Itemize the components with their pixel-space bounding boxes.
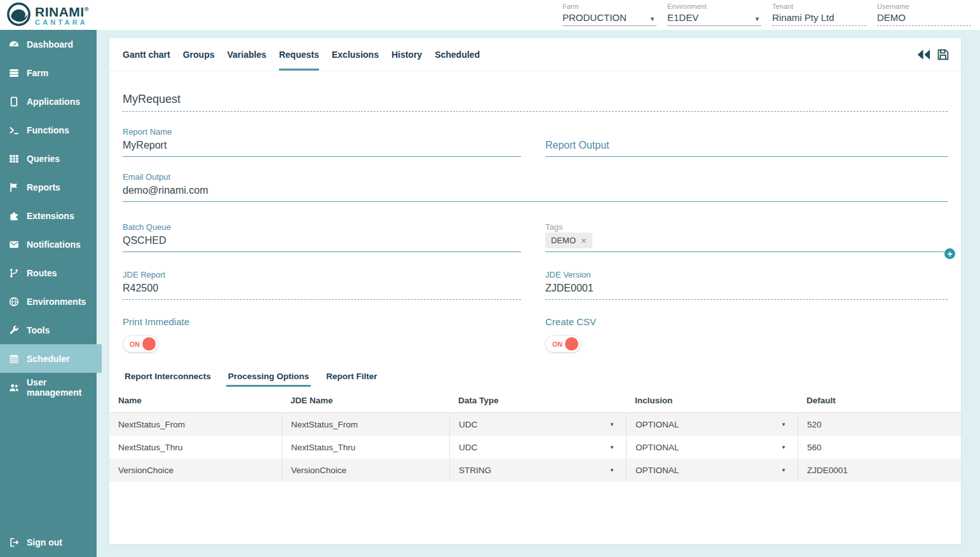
tag-chip-text: DEMO bbox=[551, 236, 576, 245]
sidebar-item-extensions[interactable]: Extensions bbox=[0, 201, 97, 230]
batch-queue-value[interactable]: QSCHED bbox=[123, 234, 521, 252]
cell-default[interactable]: 520 bbox=[798, 413, 961, 436]
toggle-knob bbox=[565, 337, 578, 351]
sidebar-item-routes[interactable]: Routes bbox=[0, 258, 97, 287]
jde-report-field[interactable]: JDE Report R42500 bbox=[123, 270, 521, 300]
data-type-select[interactable]: UDC▼ bbox=[449, 436, 626, 459]
sidebar-item-label: Environments bbox=[27, 297, 86, 307]
brand-logo[interactable]: RINAMI® CANTARA bbox=[7, 3, 89, 26]
request-form: MyRequest Report Name MyReport Report Ou… bbox=[109, 93, 961, 481]
processing-options-table: Name JDE Name Data Type Inclusion Defaul… bbox=[109, 389, 961, 481]
sidebar-item-label: Applications bbox=[27, 97, 80, 107]
inclusion-select[interactable]: OPTIONAL▼ bbox=[626, 413, 798, 436]
request-name-input[interactable]: MyRequest bbox=[123, 93, 948, 112]
subtab-report-interconnects[interactable]: Report Interconnects bbox=[123, 372, 213, 387]
tab-exclusions[interactable]: Exclusions bbox=[332, 38, 379, 70]
sidebar-item-functions[interactable]: Functions bbox=[0, 116, 97, 144]
sidebar-item-user-management[interactable]: User management bbox=[0, 373, 97, 401]
tab-requests[interactable]: Requests bbox=[279, 38, 319, 70]
add-tag-button[interactable]: + bbox=[944, 248, 955, 259]
email-output-value[interactable]: demo@rinami.com bbox=[123, 184, 948, 201]
cell-name: VersionChoice bbox=[109, 459, 282, 481]
subtab-processing-options[interactable]: Processing Options bbox=[226, 372, 311, 387]
column-header-inclusion: Inclusion bbox=[626, 389, 798, 412]
data-type-select[interactable]: UDC▼ bbox=[449, 413, 626, 436]
sidebar-item-environments[interactable]: Environments bbox=[0, 287, 97, 316]
username-label: Username bbox=[877, 3, 971, 10]
column-header-default: Default bbox=[798, 389, 961, 412]
toggle-knob bbox=[142, 337, 156, 351]
functions-icon bbox=[8, 124, 20, 136]
farm-icon bbox=[8, 67, 20, 79]
dropdown-arrow-icon: ▼ bbox=[609, 445, 615, 450]
jde-version-value[interactable]: ZJDE0001 bbox=[545, 282, 948, 299]
cell-default[interactable]: 560 bbox=[798, 436, 961, 459]
batch-queue-field[interactable]: Batch Queue QSCHED bbox=[123, 222, 521, 252]
close-icon[interactable]: × bbox=[581, 236, 587, 245]
sidebar-item-label: Tools bbox=[27, 325, 50, 335]
tab-scheduled[interactable]: Scheduled bbox=[435, 38, 480, 70]
data-type-select[interactable]: STRING▼ bbox=[449, 459, 626, 481]
farm-label: Farm bbox=[562, 3, 657, 10]
environment-select[interactable]: Environment E1DEV▼ bbox=[667, 3, 761, 26]
subtab-report-filter[interactable]: Report Filter bbox=[324, 372, 379, 387]
sidebar-item-scheduler[interactable]: Scheduler bbox=[0, 344, 102, 373]
cell-jde-name: NextStatus_Thru bbox=[282, 436, 449, 459]
sidebar-item-reports[interactable]: Reports bbox=[0, 173, 97, 201]
sidebar-item-applications[interactable]: Applications bbox=[0, 87, 97, 116]
print-immediate-toggle[interactable]: ON bbox=[123, 335, 158, 352]
username-field[interactable]: Username DEMO bbox=[877, 3, 971, 26]
inclusion-select[interactable]: OPTIONAL▼ bbox=[626, 436, 798, 459]
sidebar-item-label: Queries bbox=[27, 154, 60, 164]
tab-variables[interactable]: Variables bbox=[227, 38, 266, 70]
farm-select[interactable]: Farm PRODUCTION▼ bbox=[562, 3, 657, 26]
tag-chip[interactable]: DEMO × bbox=[545, 232, 592, 248]
sidebar-item-label: Sign out bbox=[27, 537, 62, 547]
column-header-jde-name: JDE Name bbox=[282, 389, 449, 412]
report-output-field[interactable]: Report Output bbox=[545, 127, 948, 157]
sidebar-nav: Dashboard Farm Applications Functions Qu… bbox=[0, 30, 97, 557]
report-output-value[interactable]: Report Output bbox=[545, 139, 948, 156]
tenant-field[interactable]: Tenant Rinami Pty Ltd bbox=[772, 3, 866, 26]
rewind-icon[interactable] bbox=[916, 48, 931, 61]
dropdown-arrow-icon: ▼ bbox=[609, 422, 615, 427]
jde-report-label: JDE Report bbox=[123, 270, 521, 279]
tab-gantt-chart[interactable]: Gantt chart bbox=[123, 38, 170, 70]
jde-report-value[interactable]: R42500 bbox=[123, 282, 521, 299]
extensions-icon bbox=[8, 210, 20, 222]
inclusion-select[interactable]: OPTIONAL▼ bbox=[626, 459, 798, 481]
jde-version-label: JDE Version bbox=[545, 270, 948, 279]
report-name-field[interactable]: Report Name MyReport bbox=[123, 127, 521, 157]
save-icon[interactable] bbox=[936, 48, 949, 61]
report-name-value[interactable]: MyReport bbox=[123, 139, 521, 156]
sidebar-item-dashboard[interactable]: Dashboard bbox=[0, 30, 97, 58]
table-header-row: Name JDE Name Data Type Inclusion Defaul… bbox=[109, 389, 961, 413]
tab-groups[interactable]: Groups bbox=[183, 38, 215, 70]
tabs-bar: Gantt chart Groups Variables Requests Ex… bbox=[109, 38, 961, 71]
sidebar-item-sign-out[interactable]: Sign out bbox=[0, 528, 97, 556]
jde-version-field[interactable]: JDE Version ZJDE0001 bbox=[545, 270, 948, 300]
sidebar-item-label: Farm bbox=[27, 68, 48, 78]
sidebar-item-queries[interactable]: Queries bbox=[0, 144, 97, 173]
sidebar-item-tools[interactable]: Tools bbox=[0, 316, 97, 344]
dropdown-arrow-icon[interactable]: ▼ bbox=[754, 16, 760, 22]
brand-logo-icon bbox=[7, 3, 31, 26]
tab-history[interactable]: History bbox=[391, 38, 422, 70]
tags-field[interactable]: Tags DEMO × bbox=[545, 222, 948, 252]
email-output-field[interactable]: Email Output demo@rinami.com bbox=[123, 172, 948, 202]
applications-icon bbox=[8, 96, 20, 107]
card-toolbar bbox=[916, 38, 949, 70]
column-header-data-type: Data Type bbox=[449, 389, 626, 412]
create-csv-toggle[interactable]: ON bbox=[545, 335, 581, 352]
cell-name: NextStatus_From bbox=[109, 413, 282, 436]
dashboard-icon bbox=[8, 39, 20, 50]
tags-label: Tags bbox=[545, 222, 948, 232]
report-output-label-spacer bbox=[545, 127, 948, 137]
dropdown-arrow-icon[interactable]: ▼ bbox=[650, 16, 655, 22]
sidebar-item-label: Dashboard bbox=[27, 39, 73, 50]
sidebar-item-farm[interactable]: Farm bbox=[0, 58, 97, 87]
sidebar-item-notifications[interactable]: Notifications bbox=[0, 230, 97, 258]
cell-default[interactable]: ZJDE0001 bbox=[798, 459, 961, 481]
dropdown-arrow-icon: ▼ bbox=[781, 422, 786, 427]
tenant-label: Tenant bbox=[772, 3, 866, 10]
